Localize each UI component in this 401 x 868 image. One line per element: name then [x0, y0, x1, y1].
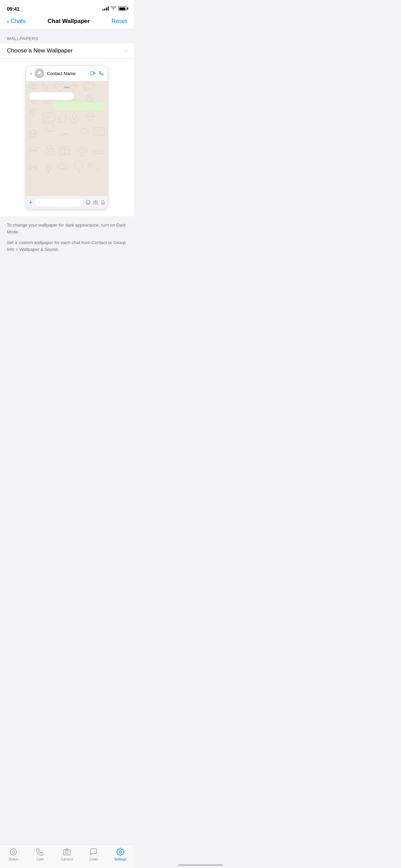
svg-point-6	[72, 85, 73, 86]
phone-call-icon	[99, 71, 104, 76]
svg-line-38	[82, 128, 82, 129]
video-call-icon	[90, 71, 95, 76]
preview-contact-name: Contact Name	[47, 71, 87, 76]
info-line-1: To change your wallpaper for dark appear…	[7, 222, 127, 235]
preview-nav-bar: ‹ Contact Name	[26, 66, 108, 81]
svg-point-60	[95, 202, 97, 204]
svg-rect-1	[90, 72, 94, 75]
date-badge	[64, 87, 70, 88]
signal-bars-icon	[102, 7, 109, 11]
microphone-icon	[101, 200, 105, 206]
svg-rect-62	[102, 200, 104, 203]
info-line-2: Set a custom wallpaper for each chat fro…	[7, 239, 127, 253]
preview-text-input	[35, 198, 84, 207]
preview-input-icons	[86, 200, 105, 206]
back-label: Chats	[11, 18, 26, 25]
camera-icon	[93, 200, 98, 206]
status-bar: 09:41	[0, 0, 134, 15]
chevron-left-icon: ‹	[7, 18, 9, 25]
preview-messages	[26, 87, 108, 110]
status-icons	[102, 6, 127, 11]
preview-back-icon: ‹	[30, 70, 32, 76]
svg-rect-4	[31, 83, 33, 84]
preview-input-bar: +	[26, 196, 108, 209]
chevron-right-icon: ›	[125, 48, 127, 54]
svg-rect-61	[95, 201, 97, 201]
choose-wallpaper-item[interactable]: Choose a New Wallpaper ›	[0, 43, 134, 59]
reset-button[interactable]: Reset	[112, 18, 127, 25]
svg-point-54	[36, 168, 37, 170]
svg-rect-24	[43, 113, 55, 122]
svg-line-39	[87, 133, 88, 134]
svg-line-41	[87, 128, 88, 129]
svg-point-51	[29, 165, 31, 167]
svg-rect-59	[94, 201, 98, 204]
received-message	[29, 92, 74, 100]
page-title: Chat Wallpaper	[48, 18, 90, 25]
svg-rect-42	[94, 128, 104, 135]
svg-point-44	[48, 150, 50, 153]
sticker-icon	[86, 200, 90, 206]
svg-point-57	[87, 201, 88, 202]
back-button[interactable]: ‹ Chats	[7, 18, 26, 25]
wallpaper-list: Choose a New Wallpaper ›	[0, 43, 134, 59]
svg-point-56	[86, 200, 90, 204]
svg-point-53	[28, 168, 30, 170]
choose-wallpaper-label: Choose a New Wallpaper	[7, 47, 73, 54]
svg-point-52	[35, 165, 37, 167]
phone-preview: ‹ Contact Name	[26, 65, 108, 209]
preview-avatar	[35, 69, 44, 78]
svg-line-40	[82, 133, 82, 134]
spacer	[0, 260, 134, 280]
wifi-icon	[111, 6, 116, 11]
preview-plus-icon: +	[29, 200, 33, 206]
svg-rect-27	[73, 113, 76, 119]
wallpapers-section-header: WALLPAPERS	[0, 29, 134, 43]
svg-point-50	[31, 167, 35, 171]
battery-icon	[118, 7, 127, 11]
sent-message	[53, 103, 104, 110]
svg-point-7	[74, 85, 75, 86]
nav-bar: ‹ Chats Chat Wallpaper Reset	[0, 15, 134, 29]
svg-point-55	[75, 161, 83, 169]
svg-point-23	[32, 110, 34, 113]
wallpaper-preview-container: ‹ Contact Name	[0, 59, 134, 216]
svg-rect-43	[46, 149, 53, 155]
preview-call-icons	[90, 71, 104, 76]
status-time: 09:41	[7, 6, 20, 12]
svg-point-58	[89, 201, 89, 202]
info-text: To change your wallpaper for dark appear…	[0, 216, 134, 260]
preview-chat-area	[26, 81, 108, 196]
svg-point-33	[82, 128, 87, 134]
